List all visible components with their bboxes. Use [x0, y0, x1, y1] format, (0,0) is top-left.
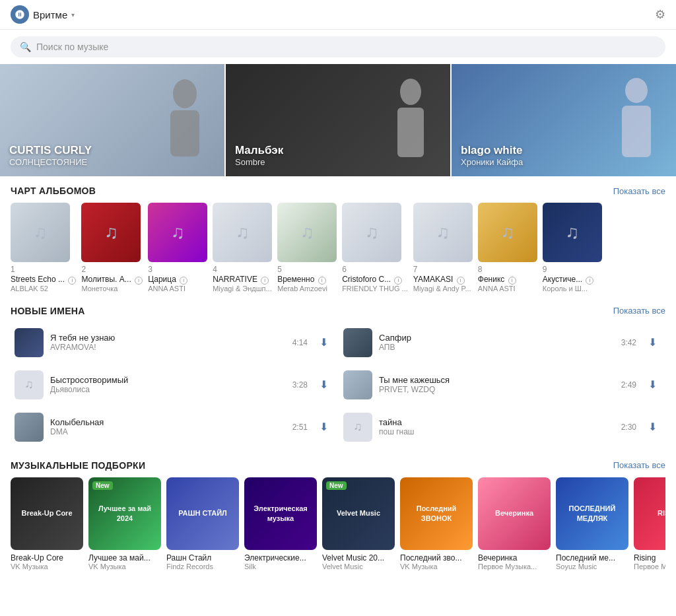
album-name: YAMAKASI i [413, 275, 473, 285]
track-item[interactable]: Колыбельная DMA 2:51 ⬇ [11, 407, 337, 447]
album-name: Временно i [277, 275, 337, 285]
chart-albums-show-all[interactable]: Показать все [613, 186, 665, 196]
track-item[interactable]: Сапфир АПВ 3:42 ⬇ [339, 323, 665, 362]
download-button[interactable]: ⬇ [643, 418, 661, 436]
album-item[interactable]: ♫ 1 Streets Echo ... i ALBLAK 52 [11, 203, 76, 292]
download-button[interactable]: ⬇ [314, 333, 333, 352]
album-name: Cristoforo C... i [342, 275, 408, 285]
search-icon: 🔍 [20, 42, 31, 52]
download-button[interactable]: ⬇ [643, 376, 661, 394]
collection-item[interactable]: Break-Up Core Break-Up Core VK Музыка [11, 477, 83, 570]
track-item[interactable]: Я тебя не узнаю AVRAMOVA! 4:14 ⬇ [11, 323, 337, 362]
track-info: Я тебя не узнаю AVRAMOVA! [50, 333, 286, 352]
app-title: Вритме [33, 9, 67, 20]
collection-cover: ПОСЛЕДНИЙ МЕДЛЯК [556, 477, 628, 550]
collection-label: Первое Музыка... [478, 563, 551, 570]
album-artist: Miyagi & Andy P... [413, 285, 473, 292]
collection-label: VK Музыка [400, 563, 473, 570]
hero-text-2: Мальбэк Sombre [235, 144, 283, 167]
svg-rect-1 [170, 110, 199, 156]
download-button[interactable]: ⬇ [314, 418, 333, 436]
hero-item-1[interactable]: CURTIS CURLY СОЛНЦЕСТОЯНИЕ [0, 64, 224, 176]
collection-cover: Break-Up Core [11, 477, 83, 550]
collection-name: Rising [634, 553, 665, 563]
app-logo [11, 5, 29, 24]
settings-icon[interactable]: ⚙ [655, 7, 665, 22]
album-artist: ANNA ASTI [148, 285, 207, 292]
collection-item[interactable]: Последний ЗВОНОК Последний зво... VK Муз… [400, 477, 473, 570]
track-item[interactable]: ♫ тайна пош гнаш 2:30 ⬇ [339, 407, 665, 447]
track-artist: пош гнаш [379, 427, 615, 436]
album-rank: 3 [148, 265, 207, 274]
collection-cover: Последний ЗВОНОК [400, 477, 473, 550]
search-bar: 🔍 [0, 30, 676, 64]
collection-label: VK Музыка [88, 563, 161, 570]
album-artist: Miyagi & Эндшп... [213, 285, 272, 292]
collection-item[interactable]: New Velvet Music Velvet Music 20... Velv… [322, 477, 395, 570]
collection-name: Последний ме... [556, 553, 628, 563]
album-rank: 2 [81, 265, 143, 274]
svg-point-0 [173, 79, 197, 108]
track-item[interactable]: Ты мне кажешься PRIVET, WZDQ 2:49 ⬇ [339, 365, 665, 405]
track-duration: 2:51 [292, 423, 308, 432]
track-duration: 3:42 [621, 338, 636, 347]
collections-show-all[interactable]: Показать все [613, 460, 665, 470]
hero-person-1 [152, 77, 218, 176]
album-placeholder-icon: ♫ [236, 222, 250, 243]
collection-item[interactable]: RISING Rising Первое Музыка... [634, 477, 665, 570]
album-item[interactable]: ♫ 4 NARRATIVE i Miyagi & Эндшп... [213, 203, 272, 292]
track-info: Колыбельная DMA [50, 417, 286, 436]
collection-cover-text: РАШН СТАЙЛ [166, 477, 239, 550]
chart-albums-header: ЧАРТ АЛЬБОМОВ Показать все [11, 186, 665, 196]
info-icon: i [68, 277, 76, 285]
track-item[interactable]: ♫ Быстросотворимый Дьяволиса 3:28 ⬇ [11, 365, 337, 405]
album-item[interactable]: ♫ 2 Молитвы. А... i Монеточка [81, 203, 143, 292]
album-artist: ANNA ASTI [478, 285, 537, 292]
track-thumb [15, 413, 44, 442]
album-cover: ♫ [11, 203, 70, 262]
album-item[interactable]: ♫ 5 Временно i Merab Amzoevi [277, 203, 337, 292]
album-item[interactable]: ♫ 3 Царица i ANNA ASTI [148, 203, 207, 292]
collection-item[interactable]: Вечеринка Вечеринка Первое Музыка... [478, 477, 551, 570]
collection-item[interactable]: Электрическая музыка Электрические... Si… [244, 477, 317, 570]
download-icon: ⬇ [648, 336, 657, 349]
app-title-area[interactable]: Вритме ▾ [11, 5, 75, 24]
album-placeholder-icon: ♫ [365, 222, 379, 243]
collection-item[interactable]: New Лучшее за май 2024 Лучшее за май... … [88, 477, 161, 570]
collection-label: VK Музыка [11, 563, 83, 570]
collection-cover: RISING [634, 477, 665, 550]
collection-item[interactable]: ПОСЛЕДНИЙ МЕДЛЯК Последний ме... Soyuz M… [556, 477, 628, 570]
track-info: тайна пош гнаш [379, 417, 615, 436]
hero-item-3[interactable]: blago white Хроники Кайфа [452, 64, 676, 176]
collection-cover: New Лучшее за май 2024 [88, 477, 161, 550]
track-duration: 2:49 [621, 380, 636, 390]
hero-text-1: CURTIS CURLY СОЛНЦЕСТОЯНИЕ [9, 144, 92, 167]
track-artist: DMA [50, 427, 286, 436]
album-item[interactable]: ♫ 9 Акустиче... i Король и Ш... [543, 203, 602, 292]
collection-cover-text: Break-Up Core [11, 477, 83, 550]
album-artist: Король и Ш... [543, 285, 602, 292]
album-item[interactable]: ♫ 7 YAMAKASI i Miyagi & Andy P... [413, 203, 473, 292]
album-cover: ♫ [277, 203, 337, 262]
info-icon: i [508, 277, 516, 285]
download-button[interactable]: ⬇ [314, 376, 333, 394]
search-input-wrap[interactable]: 🔍 [11, 36, 665, 57]
download-button[interactable]: ⬇ [643, 333, 661, 352]
new-names-section: НОВЫЕ ИМЕНА Показать все Я тебя не узнаю… [0, 296, 676, 451]
hero-item-2[interactable]: Мальбэк Sombre [224, 64, 452, 176]
collection-name: Рашн Стайл [166, 553, 239, 563]
new-names-show-all[interactable]: Показать все [613, 306, 665, 316]
collection-cover-label: Последний ЗВОНОК [404, 504, 469, 523]
download-icon: ⬇ [320, 378, 328, 391]
album-rank: 6 [342, 265, 408, 274]
album-placeholder-icon: ♫ [300, 222, 314, 243]
track-thumb: ♫ [15, 370, 44, 399]
album-placeholder-icon: ♫ [436, 222, 450, 243]
album-item[interactable]: ♫ 8 Феникс i ANNA ASTI [478, 203, 537, 292]
search-input[interactable] [36, 42, 656, 52]
album-rank: 7 [413, 265, 473, 274]
collection-cover: Вечеринка [478, 477, 551, 550]
album-item[interactable]: ♫ 6 Cristoforo C... i FRIENDLY THUG ... [342, 203, 408, 292]
track-name: Колыбельная [50, 417, 286, 427]
collection-item[interactable]: РАШН СТАЙЛ Рашн Стайл Findz Records [166, 477, 239, 570]
